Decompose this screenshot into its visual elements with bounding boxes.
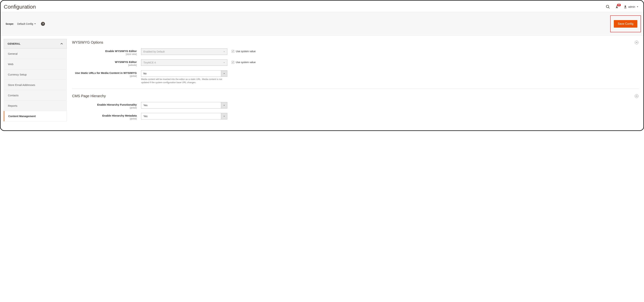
field-scope: [global] [72, 118, 137, 120]
field-note: Media content will be inserted into the … [141, 78, 227, 84]
field-label: Enable Hierarchy Functionality [97, 103, 137, 106]
section-wysiwyg-options-header[interactable]: WYSIWYG Options [72, 39, 639, 48]
enable-hierarchy-select[interactable]: Yes [141, 102, 227, 109]
username-label: admin [628, 5, 635, 8]
sidebar-item-general[interactable]: General [4, 49, 67, 59]
use-system-value-label: Use system value [236, 61, 256, 64]
use-system-value-label: Use system value [236, 50, 256, 53]
wysiwyg-editor-select: TinyMCE 4 [141, 59, 227, 66]
sidebar-item-content-management[interactable]: Content Management [4, 111, 67, 121]
field-label: Use Static URLs for Media Content in WYS… [75, 71, 137, 74]
sidebar-item-currency-setup[interactable]: Currency Setup [4, 69, 67, 80]
select-value: TinyMCE 4 [144, 61, 156, 64]
chevron-up-icon [60, 42, 63, 45]
section-cms-hierarchy-header[interactable]: CMS Page Hierarchy [72, 93, 639, 102]
scope-label: Scope: [6, 22, 14, 25]
collapse-icon [635, 41, 638, 44]
caret-down-icon [221, 70, 227, 77]
enable-hierarchy-metadata-select[interactable]: Yes [141, 113, 227, 120]
sidebar-item-web[interactable]: Web [4, 59, 67, 69]
caret-down-icon [221, 60, 227, 66]
field-scope: [website] [72, 64, 137, 66]
user-icon [624, 5, 627, 8]
static-urls-select[interactable]: No [141, 70, 227, 77]
field-label: Enable WYSIWYG Editor [105, 49, 137, 53]
help-icon[interactable]: ? [41, 22, 45, 26]
field-scope: [global] [72, 75, 137, 77]
field-label: Enable Hierarchy Metadata [102, 114, 137, 117]
page-title: Configuration [4, 4, 36, 10]
sidebar-item-label: Content Management [8, 115, 36, 118]
user-menu[interactable]: admin [624, 5, 638, 8]
svg-line-1 [608, 7, 610, 8]
select-value: No [144, 72, 146, 75]
caret-down-icon [221, 113, 227, 119]
caret-down-icon [221, 49, 227, 55]
sidebar-item-label: Contacts [8, 94, 18, 97]
caret-down-icon [637, 6, 638, 8]
sidebar-item-label: Store Email Addresses [8, 83, 35, 86]
collapse-icon [635, 94, 638, 98]
use-system-value-checkbox[interactable] [232, 50, 234, 53]
sidebar-item-label: General [8, 52, 18, 55]
enable-wysiwyg-select: Enabled by Default [141, 48, 227, 55]
field-label: WYSIWYG Editor [115, 60, 137, 63]
caret-down-icon [34, 23, 36, 25]
sidebar-item-reports[interactable]: Reports [4, 101, 67, 111]
svg-point-0 [606, 5, 609, 8]
field-scope: [global] [72, 107, 137, 109]
notifications-icon[interactable]: 39 [615, 5, 619, 9]
sidebar-item-label: Currency Setup [8, 73, 26, 76]
svg-point-2 [624, 5, 626, 7]
use-system-value-checkbox[interactable] [232, 61, 234, 64]
save-highlight-box: Save Config [610, 15, 641, 32]
sidebar-item-contacts[interactable]: Contacts [4, 90, 67, 101]
caret-down-icon [221, 102, 227, 108]
sidebar-group-general[interactable]: GENERAL [4, 39, 67, 49]
field-scope: [store view] [72, 53, 137, 55]
search-icon[interactable] [606, 5, 610, 9]
sidebar-item-store-email[interactable]: Store Email Addresses [4, 80, 67, 90]
select-value: Yes [144, 104, 148, 107]
scope-selector[interactable]: Default Config [17, 22, 36, 26]
select-value: Enabled by Default [144, 50, 164, 53]
select-value: Yes [144, 115, 148, 118]
save-config-button[interactable]: Save Config [614, 20, 637, 28]
section-title: WYSIWYG Options [72, 40, 103, 44]
sidebar-item-label: Reports [8, 104, 18, 107]
section-title: CMS Page Hierarchy [72, 94, 106, 98]
scope-value: Default Config [17, 22, 33, 25]
notification-badge: 39 [617, 4, 621, 6]
sidebar-group-label: GENERAL [8, 42, 20, 45]
sidebar-item-label: Web [8, 63, 14, 66]
